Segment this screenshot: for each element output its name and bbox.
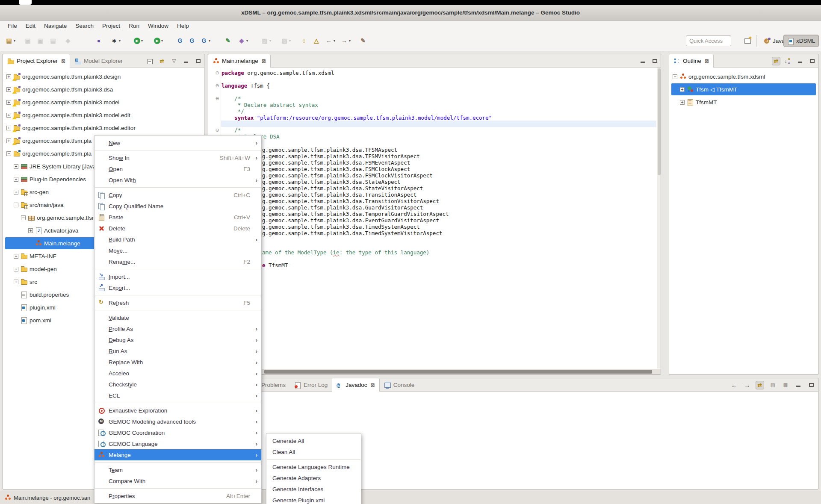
menu-item-exhaustive-exploration[interactable]: Exhaustive Exploration› xyxy=(95,405,261,416)
menu-item-run-as[interactable]: Run As› xyxy=(95,345,261,357)
scrollbar-thumb[interactable] xyxy=(264,370,652,374)
fold-marker-icon[interactable]: ⊖ xyxy=(214,95,220,102)
submenu-item-generate-interfaces[interactable]: Generate Interfaces xyxy=(266,483,361,495)
melange-file-icon xyxy=(4,494,11,501)
expander-icon[interactable]: + xyxy=(680,100,685,105)
submenu-item-generate-plugin-xml[interactable]: Generate Plugin.xml xyxy=(266,495,361,504)
project-open-icon xyxy=(13,150,20,157)
menu-item-replace-with[interactable]: Replace With› xyxy=(95,357,261,368)
open-attached-javadoc-button[interactable]: ▤ xyxy=(768,381,777,389)
menu-item-compare-with[interactable]: Compare With› xyxy=(95,475,261,486)
menu-item-open-with[interactable]: Open With› xyxy=(95,174,261,186)
link-icon: ⇄ xyxy=(756,382,763,389)
close-icon[interactable]: ⊠ xyxy=(705,58,709,64)
submenu-arrow-icon: › xyxy=(256,407,257,414)
submenu-item-generate-adapters[interactable]: Generate Adapters xyxy=(266,472,361,483)
fold-marker-icon[interactable]: ⊖ xyxy=(214,83,220,89)
submenu-arrow-icon: › xyxy=(256,430,257,436)
maximize-button[interactable] xyxy=(808,57,816,65)
menu-item-acceleo[interactable]: Acceleo› xyxy=(95,368,261,379)
menu-item-delete[interactable]: DeleteDelete xyxy=(95,223,261,234)
fold-marker-icon[interactable]: ⊖ xyxy=(214,127,220,133)
outline-icon xyxy=(673,58,680,65)
expander-icon[interactable]: − xyxy=(673,74,677,79)
fold-marker-icon[interactable]: ⊖ xyxy=(214,70,220,76)
outline-tree: −org.gemoc.sample.tfsm.xdsml+Tfsm ◁ Tfsm… xyxy=(669,70,818,109)
outline-header: Outline ⊠ ⇄ ↓ xyxy=(669,54,818,68)
menu-item-gemoc-modeling-advanced-tools[interactable]: GEMOC Modeling advanced tools› xyxy=(95,416,261,427)
menu-item-copy-qualified-name[interactable]: Copy Qualified Name xyxy=(95,200,261,212)
link-with-selection-button[interactable]: ⇄ xyxy=(756,381,764,389)
tab-label: Problems xyxy=(261,382,286,388)
project-icon xyxy=(13,137,20,144)
menu-separator xyxy=(95,403,261,403)
menu-separator xyxy=(95,310,261,310)
menu-item-profile-as[interactable]: Profile As› xyxy=(95,323,261,334)
menu-item-show-in[interactable]: Show InShift+Alt+W› xyxy=(95,152,261,163)
menu-item-checkstyle[interactable]: Checkstyle› xyxy=(95,379,261,390)
menu-item-properties[interactable]: PropertiesAlt+Enter xyxy=(95,490,261,501)
menu-item-copy[interactable]: CopyCtrl+C xyxy=(95,189,261,200)
minimize-button[interactable] xyxy=(794,381,803,389)
context-menu: New›Show InShift+Alt+W›OpenF3Open With›C… xyxy=(94,135,262,504)
tab-outline[interactable]: Outline ⊠ xyxy=(669,54,714,68)
submenu-arrow-icon: › xyxy=(256,467,257,473)
tab-error-log[interactable]: Error Log xyxy=(290,378,332,392)
refresh-icon xyxy=(98,299,106,306)
project-icon xyxy=(13,73,20,80)
javadoc-icon xyxy=(336,382,343,389)
forward-button[interactable]: → xyxy=(743,381,751,389)
menu-item-refresh[interactable]: RefreshF5 xyxy=(95,297,261,308)
menu-separator xyxy=(95,295,261,295)
tab-console[interactable]: Console xyxy=(380,378,419,392)
error-log-icon xyxy=(294,382,301,389)
menu-item-export[interactable]: Export... xyxy=(95,282,261,293)
submenu-arrow-icon: › xyxy=(256,370,257,377)
project-icon xyxy=(13,112,20,118)
menu-item-team[interactable]: Team› xyxy=(95,464,261,475)
menu-item-validate[interactable]: Validate xyxy=(95,312,261,323)
submenu-arrow-icon: › xyxy=(256,337,257,343)
tree-item-tfsmmt[interactable]: +TfsmMT xyxy=(669,96,818,109)
project-icon xyxy=(13,99,20,106)
tab-javadoc[interactable]: Javadoc⊠ xyxy=(332,378,379,392)
menu-separator xyxy=(95,488,261,489)
close-icon[interactable]: ⊠ xyxy=(371,382,375,388)
copy-icon xyxy=(98,203,106,209)
menu-item-debug-as[interactable]: Debug As› xyxy=(95,334,261,345)
package-icon xyxy=(28,214,35,221)
submenu-item-generate-languages-runtime[interactable]: Generate Languages Runtime xyxy=(266,461,361,472)
editor-vertical-scrollbar[interactable] xyxy=(657,68,661,368)
maximize-button[interactable] xyxy=(807,381,815,389)
menu-item-open[interactable]: OpenF3 xyxy=(95,163,261,174)
gemoc-icon xyxy=(98,440,106,447)
menu-item-import[interactable]: Import... xyxy=(95,271,261,282)
gemoc-icon xyxy=(98,429,106,436)
mt-icon xyxy=(687,99,694,106)
scrollbar-thumb[interactable] xyxy=(658,68,661,175)
back-button[interactable]: ← xyxy=(730,381,738,389)
folder-icon xyxy=(21,278,27,285)
minimize-button[interactable] xyxy=(796,57,804,65)
tree-item-org-gemoc-sample-tfsm-xdsml[interactable]: −org.gemoc.sample.tfsm.xdsml xyxy=(669,70,818,83)
menu-item-new[interactable]: New› xyxy=(95,137,261,148)
menu-item-move[interactable]: Move... xyxy=(95,245,261,256)
menu-item-gemoc-language[interactable]: GEMOC Language› xyxy=(95,438,261,449)
submenu-arrow-icon: › xyxy=(256,359,257,365)
menu-item-paste[interactable]: PasteCtrl+V xyxy=(95,212,261,223)
expander-icon[interactable]: + xyxy=(680,87,685,92)
open-input-button[interactable]: ▥ xyxy=(781,381,790,389)
menu-item-rename[interactable]: Rename...F2 xyxy=(95,256,261,267)
menu-item-build-path[interactable]: Build Path› xyxy=(95,234,261,245)
link-with-editor-button[interactable]: ⇄ xyxy=(772,57,780,65)
editor-horizontal-scrollbar[interactable] xyxy=(208,369,661,374)
menu-item-gemoc-coordination[interactable]: GEMOC Coordination› xyxy=(95,427,261,438)
submenu-item-clean-all[interactable]: Clean All xyxy=(266,446,361,457)
menu-item-ecl[interactable]: ECL› xyxy=(95,390,261,401)
menu-item-melange[interactable]: Melange› xyxy=(95,449,261,460)
outline-view: Outline ⊠ ⇄ ↓ −org.gemoc.sample.tfsm.xds… xyxy=(669,54,818,375)
tree-item-tfsm-tfsmmt[interactable]: +Tfsm ◁ TfsmMT xyxy=(669,83,818,96)
submenu-item-generate-all[interactable]: Generate All xyxy=(266,435,361,446)
submenu-arrow-icon: › xyxy=(256,392,257,399)
sort-button[interactable]: ↓ xyxy=(784,57,792,65)
